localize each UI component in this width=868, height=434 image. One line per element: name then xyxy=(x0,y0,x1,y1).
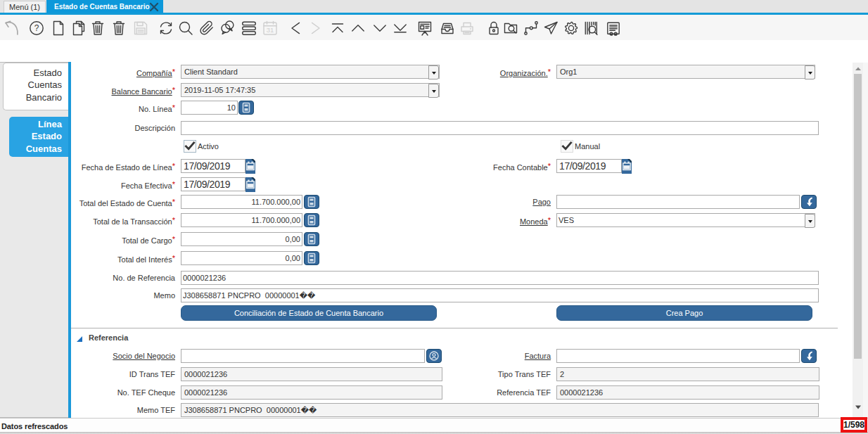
svg-text:31: 31 xyxy=(267,26,274,34)
svg-text:?: ? xyxy=(34,23,39,33)
